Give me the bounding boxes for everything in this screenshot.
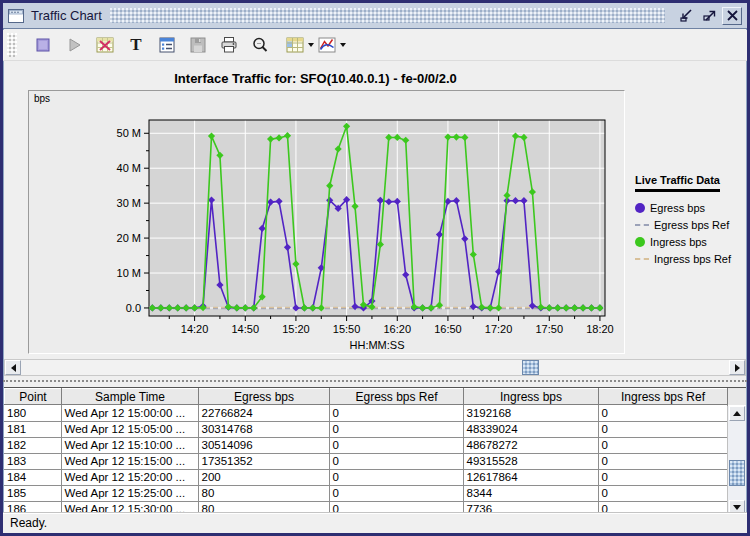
x-axis-label: HH:MM:SS [350, 339, 405, 351]
content-area: Interface Traffic for: SFO(10.40.0.1) - … [3, 62, 747, 533]
status-text: Ready. [10, 516, 47, 530]
column-header-ingress-bps-ref[interactable]: Ingress bps Ref [599, 389, 728, 405]
table-cell-egress-bps-ref[interactable]: 0 [329, 405, 463, 421]
legend-label: Ingress bps [650, 236, 707, 248]
arrow-up-icon [733, 411, 741, 416]
legend-label: Egress bps [650, 202, 705, 214]
table-cell-egress-bps-ref[interactable]: 0 [329, 469, 463, 485]
table-cell-sample-time[interactable]: Wed Apr 12 15:05:00 ... [61, 421, 198, 437]
data-table-container: Point Sample Time Egress bps Egress bps … [4, 387, 746, 514]
dropdown-arrow-icon [340, 43, 346, 47]
table-cell-egress-bps-ref[interactable]: 0 [329, 421, 463, 437]
column-header-sample-time[interactable]: Sample Time [62, 389, 199, 405]
status-bar: Ready. [3, 512, 747, 533]
table-row[interactable]: 180Wed Apr 12 15:00:00 ...22766824031921… [4, 405, 727, 421]
chart-options-button[interactable] [317, 32, 346, 58]
delete-table-button[interactable] [91, 32, 119, 58]
split-divider[interactable] [3, 380, 747, 384]
table-cell-ingress-bps[interactable]: 49315528 [463, 453, 598, 469]
play-button[interactable] [60, 32, 88, 58]
table-cell-point[interactable]: 180 [4, 405, 61, 421]
print-button[interactable] [215, 32, 243, 58]
legend-icon [157, 35, 177, 55]
maximize-button[interactable] [699, 7, 719, 25]
x-tick-label: 16:20 [384, 323, 412, 335]
table-cell-egress-bps[interactable]: 17351352 [198, 453, 329, 469]
table-cell-point[interactable]: 183 [4, 453, 61, 469]
column-header-point[interactable]: Point [5, 389, 62, 405]
table-cell-egress-bps[interactable]: 22766824 [198, 405, 329, 421]
legend-label: Ingress bps Ref [654, 253, 731, 265]
table-cell-ingress-bps-ref[interactable]: 0 [598, 437, 727, 453]
hscrollbar-track[interactable] [21, 360, 729, 375]
table-cell-point[interactable]: 182 [4, 437, 61, 453]
legend-dot-marker [635, 203, 645, 213]
table-cell-egress-bps-ref[interactable]: 0 [329, 485, 463, 501]
zoom-icon [250, 35, 270, 55]
legend-button[interactable] [153, 32, 181, 58]
save-button[interactable] [184, 32, 212, 58]
table-cell-egress-bps[interactable]: 30514096 [198, 437, 329, 453]
chart-legend: Live Traffic Data Egress bpsEgress bps R… [635, 174, 747, 267]
table-row[interactable]: 182Wed Apr 12 15:10:00 ...30514096048678… [4, 437, 727, 453]
legend-item: Egress bps [635, 199, 747, 216]
scroll-left-button[interactable] [5, 360, 21, 375]
table-cell-ingress-bps[interactable]: 48678272 [463, 437, 598, 453]
table-cell-sample-time[interactable]: Wed Apr 12 15:25:00 ... [61, 485, 198, 501]
table-cell-ingress-bps-ref[interactable]: 0 [598, 405, 727, 421]
stop-button[interactable] [29, 32, 57, 58]
table-body-viewport: 180Wed Apr 12 15:00:00 ...22766824031921… [4, 405, 746, 514]
table-row[interactable]: 184Wed Apr 12 15:20:00 ...2000126178640 [4, 469, 727, 485]
window-title: Traffic Chart [31, 8, 102, 23]
text-button[interactable]: T [122, 32, 150, 58]
vscrollbar-thumb[interactable] [729, 460, 745, 486]
table-cell-egress-bps[interactable]: 80 [198, 485, 329, 501]
window-titlebar[interactable]: Traffic Chart [3, 3, 747, 29]
table-cell-sample-time[interactable]: Wed Apr 12 15:20:00 ... [61, 469, 198, 485]
column-header-egress-bps[interactable]: Egress bps [199, 389, 330, 405]
x-tick-label: 17:50 [536, 323, 564, 335]
x-tick-label: 15:50 [333, 323, 361, 335]
scroll-up-button[interactable] [729, 406, 745, 421]
table-cell-point[interactable]: 181 [4, 421, 61, 437]
table-cell-ingress-bps-ref[interactable]: 0 [598, 469, 727, 485]
table-view-icon [285, 35, 305, 55]
save-icon [188, 35, 208, 55]
table-cell-egress-bps-ref[interactable]: 0 [329, 437, 463, 453]
table-cell-point[interactable]: 185 [4, 485, 61, 501]
table-cell-ingress-bps[interactable]: 48339024 [463, 421, 598, 437]
x-tick-label: 17:20 [485, 323, 513, 335]
table-cell-sample-time[interactable]: Wed Apr 12 15:15:00 ... [61, 453, 198, 469]
close-button[interactable] [722, 7, 742, 25]
table-cell-egress-bps[interactable]: 30314768 [198, 421, 329, 437]
table-cell-ingress-bps-ref[interactable]: 0 [598, 453, 727, 469]
y-tick-label: 0.0 [126, 302, 141, 314]
zoom-button[interactable] [246, 32, 274, 58]
table-row[interactable]: 181Wed Apr 12 15:05:00 ...30314768048339… [4, 421, 727, 437]
table-cell-point[interactable]: 184 [4, 469, 61, 485]
table-cell-ingress-bps[interactable]: 3192168 [463, 405, 598, 421]
column-header-egress-bps-ref[interactable]: Egress bps Ref [330, 389, 464, 405]
table-cell-ingress-bps-ref[interactable]: 0 [598, 421, 727, 437]
table-cell-ingress-bps-ref[interactable]: 0 [598, 485, 727, 501]
table-cell-sample-time[interactable]: Wed Apr 12 15:10:00 ... [61, 437, 198, 453]
arrow-right-icon [735, 364, 740, 372]
x-tick-label: 15:20 [282, 323, 310, 335]
table-cell-ingress-bps[interactable]: 8344 [463, 485, 598, 501]
hscrollbar-thumb[interactable] [522, 360, 539, 375]
column-header-ingress-bps[interactable]: Ingress bps [464, 389, 599, 405]
toolbar-grip[interactable] [7, 33, 17, 57]
table-row[interactable]: 185Wed Apr 12 15:25:00 ...80083440 [4, 485, 727, 501]
traffic-line-chart[interactable]: 0.010 M20 M30 M40 M50 M14:2014:5015:2015… [31, 94, 623, 352]
minimize-button[interactable] [676, 7, 696, 25]
table-cell-egress-bps[interactable]: 200 [198, 469, 329, 485]
scroll-right-button[interactable] [729, 360, 745, 375]
table-row[interactable]: 183Wed Apr 12 15:15:00 ...17351352049315… [4, 453, 727, 469]
table-cell-sample-time[interactable]: Wed Apr 12 15:00:00 ... [61, 405, 198, 421]
table-cell-egress-bps-ref[interactable]: 0 [329, 453, 463, 469]
table-vertical-scrollbar [727, 406, 746, 515]
table-cell-ingress-bps[interactable]: 12617864 [463, 469, 598, 485]
y-tick-label: 50 M [117, 127, 141, 139]
arrow-down-icon [733, 505, 741, 510]
table-options-button[interactable] [285, 32, 314, 58]
